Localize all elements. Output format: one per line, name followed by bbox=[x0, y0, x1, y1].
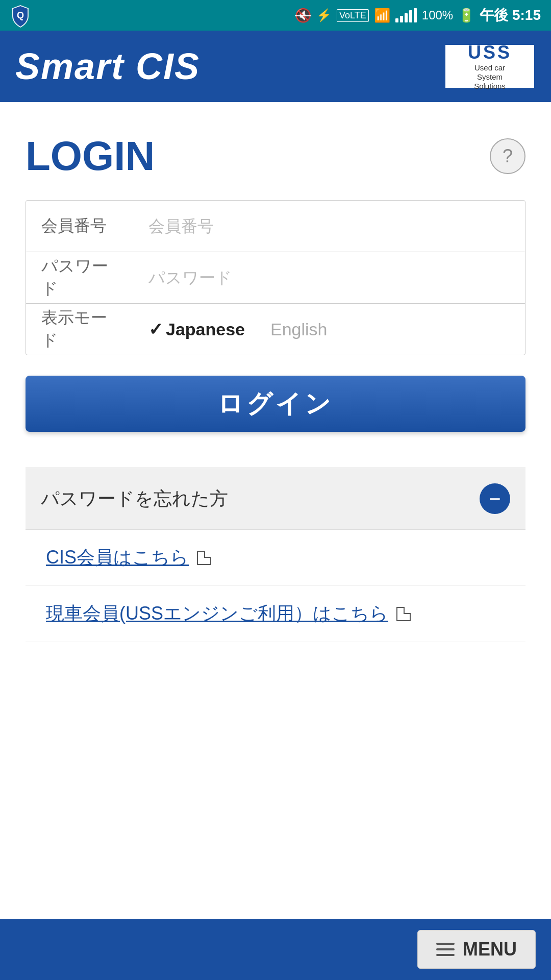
member-number-row: 会員番号 bbox=[26, 201, 525, 252]
collapse-button[interactable]: − bbox=[480, 483, 510, 514]
signal-icon bbox=[395, 8, 417, 22]
uss-logo-text: USS bbox=[468, 42, 512, 63]
login-title: LOGIN bbox=[26, 133, 155, 180]
password-forgotten-text: パスワードを忘れた方 bbox=[41, 486, 228, 511]
cis-member-link-row: CIS会員はこちら bbox=[26, 530, 525, 586]
member-number-label: 会員番号 bbox=[26, 215, 138, 237]
wifi-icon: 📶 bbox=[374, 8, 390, 23]
menu-line-3 bbox=[436, 954, 455, 956]
status-time: 午後 5:15 bbox=[480, 6, 541, 25]
svg-text:Q: Q bbox=[17, 10, 24, 20]
checkmark-icon: ✓ bbox=[148, 319, 163, 339]
hamburger-icon bbox=[436, 943, 455, 956]
menu-line-2 bbox=[436, 948, 455, 950]
login-form: 会員番号 パスワード 表示モード ✓ Japanese English bbox=[26, 200, 525, 355]
gensha-member-link[interactable]: 現車会員(USSエンジンご利用）はこちら bbox=[46, 601, 388, 626]
external-link-icon-2 bbox=[396, 607, 411, 621]
external-link-icon-1 bbox=[197, 551, 211, 565]
display-mode-label: 表示モード bbox=[26, 307, 138, 352]
uss-logo-subtitle: Used car System Solutions bbox=[474, 63, 506, 91]
menu-line-1 bbox=[436, 943, 455, 945]
status-icons: 🔇 ⚡ VoLTE 📶 100% 🔋 午後 5:15 bbox=[295, 6, 541, 25]
menu-button[interactable]: MENU bbox=[417, 930, 536, 969]
password-input[interactable] bbox=[138, 252, 525, 303]
uss-logo: USS Used car System Solutions bbox=[444, 43, 536, 89]
password-label: パスワード bbox=[26, 255, 138, 300]
login-button[interactable]: ログイン bbox=[26, 376, 525, 432]
question-icon: ? bbox=[503, 145, 513, 167]
language-japanese-option[interactable]: ✓ Japanese bbox=[148, 319, 245, 339]
english-label: English bbox=[270, 320, 328, 339]
help-button[interactable]: ? bbox=[490, 138, 525, 174]
login-section: LOGIN ? 会員番号 パスワード 表示モード ✓ bbox=[26, 122, 525, 452]
status-bar: Q 🔇 ⚡ VoLTE 📶 100% 🔋 午後 5:15 bbox=[0, 0, 551, 31]
mute-icon: 🔇 bbox=[295, 8, 311, 23]
password-row: パスワード bbox=[26, 252, 525, 304]
login-header: LOGIN ? bbox=[26, 133, 525, 180]
japanese-label: Japanese bbox=[166, 320, 245, 339]
language-options: ✓ Japanese English bbox=[138, 319, 338, 339]
minus-icon: − bbox=[489, 487, 500, 510]
app-header: Smart CIS USS Used car System Solutions bbox=[0, 31, 551, 102]
main-content: LOGIN ? 会員番号 パスワード 表示モード ✓ bbox=[0, 102, 551, 919]
password-forgotten-row: パスワードを忘れた方 − bbox=[26, 468, 525, 530]
battery-icon: 🔋 bbox=[458, 8, 474, 23]
app-title: Smart CIS bbox=[15, 45, 200, 87]
gensha-member-link-row: 現車会員(USSエンジンご利用）はこちら bbox=[26, 586, 525, 642]
member-number-input[interactable] bbox=[138, 201, 525, 252]
shield-icon: Q bbox=[10, 4, 36, 30]
volte-badge: VoLTE bbox=[337, 9, 369, 22]
battery-percentage: 100% bbox=[422, 8, 453, 22]
cis-member-link[interactable]: CIS会員はこちら bbox=[46, 545, 189, 570]
password-forgotten-section: パスワードを忘れた方 − CIS会員はこちら 現車会員(USSエンジンご利用）は… bbox=[26, 468, 525, 642]
language-english-option[interactable]: English bbox=[270, 320, 328, 339]
menu-label: MENU bbox=[463, 939, 517, 960]
app-footer: MENU bbox=[0, 919, 551, 980]
bluetooth-icon: ⚡ bbox=[316, 8, 332, 22]
display-mode-row: 表示モード ✓ Japanese English bbox=[26, 304, 525, 355]
